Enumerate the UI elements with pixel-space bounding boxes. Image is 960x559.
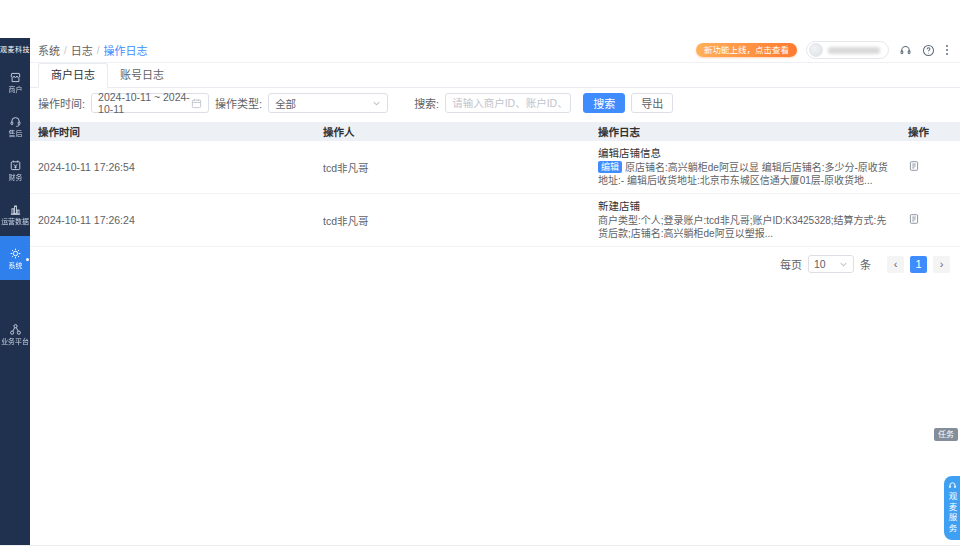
storefront-icon xyxy=(9,71,22,84)
next-page-button[interactable]: › xyxy=(933,256,950,273)
table-header: 操作时间 操作人 操作日志 操作 xyxy=(30,122,960,141)
per-page-unit: 条 xyxy=(860,256,871,272)
breadcrumb-item[interactable]: 系统 xyxy=(38,42,60,58)
export-button[interactable]: 导出 xyxy=(631,93,673,113)
bar-chart-icon xyxy=(9,203,22,216)
type-filter-label: 操作类型: xyxy=(215,95,262,111)
help-icon[interactable] xyxy=(921,43,935,57)
type-select-value: 全部 xyxy=(275,96,296,111)
search-button[interactable]: 搜索 xyxy=(583,93,625,113)
log-detail: 商户类型:个人;登录账户:tcd非凡哥;账户ID:K3425328;结算方式:先… xyxy=(598,214,892,240)
tab-bar: 商户日志 账号日志 xyxy=(30,63,960,88)
screen: 观麦科技 商户 xyxy=(0,0,960,559)
sidebar: 观麦科技 商户 xyxy=(0,38,30,545)
prev-page-button[interactable]: ‹ xyxy=(887,256,904,273)
log-table: 操作时间 操作人 操作日志 操作 2024-10-11 17:26:54 tcd… xyxy=(30,122,960,247)
sidebar-item-finance[interactable]: 财务 xyxy=(0,148,30,192)
log-operator: tcd非凡哥 xyxy=(315,213,590,228)
breadcrumb-separator: / xyxy=(64,45,67,56)
view-log-icon[interactable] xyxy=(908,160,920,172)
sidebar-item-label: 商户 xyxy=(8,86,22,93)
sidebar-item-business-platform[interactable]: 业务平台 xyxy=(0,312,30,356)
per-page-value: 10 xyxy=(814,258,826,270)
sidebar-item-label: 系统 xyxy=(8,262,22,269)
sidebar-item-label: 财务 xyxy=(8,174,22,181)
breadcrumb-current: 操作日志 xyxy=(104,42,148,58)
table-row: 2024-10-11 17:26:24 tcd非凡哥 新建店铺 商户类型:个人;… xyxy=(30,194,960,247)
brand-logo: 观麦科技 xyxy=(0,38,30,60)
log-tag: 编辑 xyxy=(598,161,622,173)
active-indicator-dot xyxy=(26,258,29,261)
log-time: 2024-10-11 17:26:54 xyxy=(30,161,315,173)
promo-badge[interactable]: 新功能上线，点击查看 xyxy=(696,43,797,57)
per-page-label: 每页 xyxy=(780,256,802,272)
col-header-time: 操作时间 xyxy=(30,124,315,139)
log-actions xyxy=(900,160,960,174)
topbar-right: 新功能上线，点击查看 xyxy=(696,41,950,59)
table-row: 2024-10-11 17:26:54 tcd非凡哥 编辑店铺信息 编辑原店铺名… xyxy=(30,141,960,194)
service-tab-label: 观麦服务 xyxy=(944,492,960,534)
col-header-log: 操作日志 xyxy=(590,124,900,139)
breadcrumb-item[interactable]: 日志 xyxy=(71,42,93,58)
task-tab[interactable]: 任务 xyxy=(934,428,958,441)
date-range-input[interactable]: 2024-10-11 ~ 2024-10-11 xyxy=(91,93,209,113)
search-label: 搜索: xyxy=(414,95,439,111)
breadcrumb-separator: / xyxy=(97,45,100,56)
sidebar-item-aftersales[interactable]: 售后 xyxy=(0,104,30,148)
headset-icon xyxy=(9,115,22,128)
breadcrumb: 系统 / 日志 / 操作日志 xyxy=(38,42,148,58)
view-log-icon[interactable] xyxy=(908,213,920,225)
sidebar-nav: 商户 售后 xyxy=(0,60,30,356)
log-detail: 编辑原店铺名:高兴躺柜de阿豆以显 编辑后店铺名:多少分-原收货地址:- 编辑后… xyxy=(598,161,892,187)
gear-icon xyxy=(9,247,22,260)
search-input[interactable] xyxy=(445,93,571,113)
tab-account-log[interactable]: 账号日志 xyxy=(108,64,176,87)
chevron-down-icon xyxy=(839,260,848,269)
calendar-icon xyxy=(191,98,202,109)
user-account-pill[interactable] xyxy=(806,41,889,59)
time-filter-label: 操作时间: xyxy=(38,95,85,111)
sidebar-item-system[interactable]: 系统 xyxy=(0,236,30,280)
avatar xyxy=(809,43,823,57)
col-header-operator: 操作人 xyxy=(315,124,590,139)
headset-icon[interactable] xyxy=(898,43,912,57)
col-header-action: 操作 xyxy=(900,124,960,139)
service-tab[interactable]: 观麦服务 xyxy=(944,476,960,540)
chevron-down-icon xyxy=(372,99,381,108)
sidebar-item-label: 业务平台 xyxy=(1,338,29,345)
date-range-value: 2024-10-11 ~ 2024-10-11 xyxy=(98,91,191,115)
log-detail-text: 原店铺名:高兴躺柜de阿豆以显 编辑后店铺名:多少分-原收货地址:- 编辑后收货… xyxy=(598,162,888,186)
app-window: 观麦科技 商户 xyxy=(0,38,960,546)
pagination: 每页 10 条 ‹ 1 › xyxy=(30,247,960,273)
page-number-button[interactable]: 1 xyxy=(910,256,927,273)
tab-merchant-log[interactable]: 商户日志 xyxy=(38,63,108,88)
log-operator: tcd非凡哥 xyxy=(315,160,590,175)
log-time: 2024-10-11 17:26:24 xyxy=(30,214,315,226)
more-icon[interactable] xyxy=(944,45,950,55)
headset-icon xyxy=(948,481,957,490)
filter-bar: 操作时间: 2024-10-11 ~ 2024-10-11 操作类型: 全部 xyxy=(30,88,960,118)
log-title: 新建店铺 xyxy=(598,200,892,213)
log-actions xyxy=(900,213,960,227)
sidebar-item-label: 运营数据 xyxy=(1,218,29,225)
username-redacted xyxy=(828,47,880,54)
nodes-icon xyxy=(9,323,22,336)
finance-icon xyxy=(9,159,22,172)
per-page-select[interactable]: 10 xyxy=(808,255,854,273)
sidebar-item-merchant[interactable]: 商户 xyxy=(0,60,30,104)
top-bar: 系统 / 日志 / 操作日志 新功能上线，点击查看 xyxy=(30,38,960,63)
sidebar-item-label: 售后 xyxy=(8,130,22,137)
type-select[interactable]: 全部 xyxy=(268,93,388,113)
main-area: 系统 / 日志 / 操作日志 新功能上线，点击查看 xyxy=(30,38,960,545)
log-title: 编辑店铺信息 xyxy=(598,147,892,160)
log-content: 新建店铺 商户类型:个人;登录账户:tcd非凡哥;账户ID:K3425328;结… xyxy=(590,200,900,240)
log-detail-text: 商户类型:个人;登录账户:tcd非凡哥;账户ID:K3425328;结算方式:先… xyxy=(598,215,886,239)
pager: ‹ 1 › xyxy=(887,256,950,273)
sidebar-item-operations-data[interactable]: 运营数据 xyxy=(0,192,30,236)
log-content: 编辑店铺信息 编辑原店铺名:高兴躺柜de阿豆以显 编辑后店铺名:多少分-原收货地… xyxy=(590,147,900,187)
